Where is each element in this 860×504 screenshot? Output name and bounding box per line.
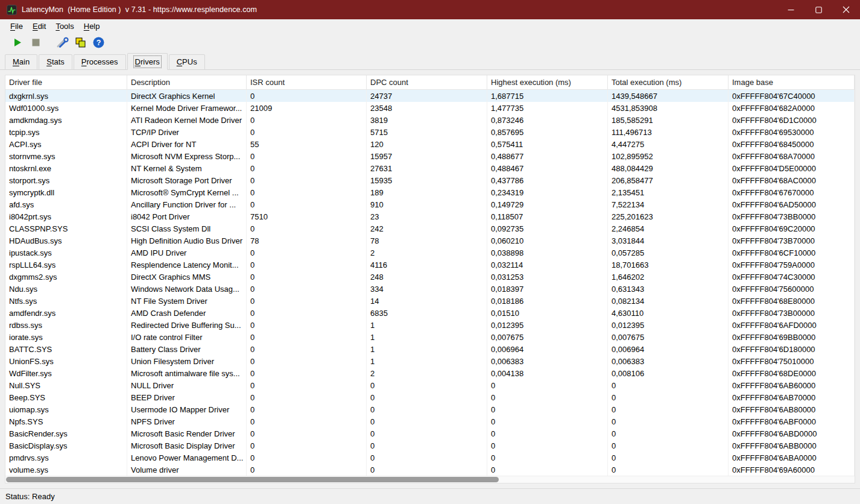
content-area: Driver fileDescriptionISR countDPC count… <box>0 70 860 488</box>
tab-processes[interactable]: Processes <box>74 54 126 70</box>
table-row[interactable]: symcryptk.dllMicrosoft® SymCrypt Kernel … <box>5 186 855 198</box>
table-row[interactable]: storport.sysMicrosoft Storage Port Drive… <box>5 174 855 186</box>
table-cell: 0 <box>247 367 367 379</box>
table-cell: 0,092735 <box>487 222 608 235</box>
table-cell: 0,488467 <box>487 162 608 174</box>
table-row[interactable]: WdFilter.sysMicrosoft antimalware file s… <box>5 367 855 379</box>
table-row[interactable]: dxgkrnl.sysDirectX Graphics Kernel024737… <box>5 90 855 102</box>
table-cell: 0xFFFFF804'6ABB0000 <box>729 439 855 452</box>
table-row[interactable]: tcpip.sysTCP/IP Driver057150,857695111,4… <box>5 126 855 138</box>
table-cell: 4,447275 <box>608 138 729 150</box>
table-cell: Ndu.sys <box>5 283 127 295</box>
table-cell: 55 <box>247 138 367 150</box>
menu-item-help[interactable]: Help <box>79 20 105 32</box>
table-row[interactable]: pmdrvs.sysLenovo Power Management D...00… <box>5 452 855 464</box>
column-header-dpc-count[interactable]: DPC count <box>367 75 487 89</box>
tab-drivers[interactable]: Drivers <box>127 53 168 70</box>
table-cell: 0 <box>608 427 729 439</box>
table-cell: 0xFFFFF804'69BB0000 <box>729 331 855 343</box>
table-row[interactable]: Ndu.sysWindows Network Data Usag...03340… <box>5 283 855 295</box>
column-header-driver-file[interactable]: Driver file <box>5 75 127 89</box>
table-cell: ntoskrnl.exe <box>5 162 127 174</box>
table-row[interactable]: rspLLL64.sysResplendence Latency Monit..… <box>5 259 855 271</box>
table-cell: 0 <box>608 391 729 403</box>
table-row[interactable]: BasicDisplay.sysMicrosoft Basic Display … <box>5 439 855 452</box>
menu-item-file[interactable]: File <box>5 20 28 32</box>
hscroll-thumb[interactable] <box>6 477 499 482</box>
table-row[interactable]: BATTC.SYSBattery Class Driver010,0069640… <box>5 343 855 355</box>
close-button[interactable] <box>832 0 860 19</box>
table-cell: 2,246854 <box>608 222 729 235</box>
toolbar: ? <box>0 33 860 52</box>
table-cell: 1 <box>367 355 487 367</box>
column-header-total-execution-ms[interactable]: Total execution (ms) <box>608 75 729 89</box>
table-row[interactable]: amdkmdag.sysATI Radeon Kernel Mode Drive… <box>5 114 855 126</box>
table-row[interactable]: ACPI.sysACPI Driver for NT551200,5754114… <box>5 138 855 150</box>
table-cell: 120 <box>367 138 487 150</box>
table-row[interactable]: uiomap.sysUsermode IO Mapper Driver00000… <box>5 403 855 415</box>
table-cell: Microsoft Basic Display Driver <box>127 439 247 452</box>
table-cell: 0,488677 <box>487 150 608 162</box>
table-row[interactable]: afd.sysAncillary Function Driver for ...… <box>5 198 855 210</box>
table-cell: 0 <box>247 150 367 162</box>
table-cell: 0 <box>487 464 608 476</box>
stop-monitor-button[interactable] <box>27 34 45 50</box>
column-header-image-base[interactable]: Image base <box>729 75 855 89</box>
table-row[interactable]: volume.sysVolume driver00000xFFFFF804'69… <box>5 464 855 476</box>
table-body: dxgkrnl.sysDirectX Graphics Kernel024737… <box>5 90 855 476</box>
maximize-button[interactable] <box>805 0 832 19</box>
table-row[interactable]: dxgmms2.sysDirectX Graphics MMS02480,031… <box>5 271 855 283</box>
table-row[interactable]: amdfendr.sysAMD Crash Defender068350,015… <box>5 307 855 319</box>
table-cell: 0 <box>247 307 367 319</box>
table-row[interactable]: Null.SYSNULL Driver00000xFFFFF804'6AB600… <box>5 379 855 391</box>
table-row[interactable]: Ntfs.sysNT File System Driver0140,018186… <box>5 295 855 307</box>
table-row[interactable]: HDAudBus.sysHigh Definition Audio Bus Dr… <box>5 235 855 247</box>
table-cell: ipustack.sys <box>5 247 127 259</box>
menu-item-tools[interactable]: Tools <box>51 20 78 32</box>
table-cell: 0,018397 <box>487 283 608 295</box>
tab-main[interactable]: Main <box>5 54 37 70</box>
horizontal-scrollbar[interactable] <box>5 476 855 483</box>
table-row[interactable]: Beep.SYSBEEP Driver00000xFFFFF804'6AB700… <box>5 391 855 403</box>
minimize-button[interactable] <box>777 0 805 19</box>
table-cell: 2,135451 <box>608 186 729 198</box>
table-cell: 0,012395 <box>608 319 729 331</box>
table-cell: NT Kernel & System <box>127 162 247 174</box>
table-row[interactable]: stornvme.sysMicrosoft NVM Express Storp.… <box>5 150 855 162</box>
menu-item-edit[interactable]: Edit <box>28 20 51 32</box>
tab-stats[interactable]: Stats <box>39 54 72 70</box>
tab-cpus[interactable]: CPUs <box>169 54 205 70</box>
start-monitor-button[interactable] <box>8 34 27 50</box>
table-cell: pmdrvs.sys <box>5 452 127 464</box>
table-cell: 0 <box>608 452 729 464</box>
table-row[interactable]: i8042prt.sysi8042 Port Driver7510230,118… <box>5 210 855 222</box>
table-cell: storport.sys <box>5 174 127 186</box>
table-row[interactable]: UnionFS.sysUnion Filesystem Driver010,00… <box>5 355 855 367</box>
table-cell: 0xFFFFF804'69A60000 <box>729 464 855 476</box>
table-cell: 0,057285 <box>608 247 729 259</box>
table-cell: 0 <box>487 439 608 452</box>
table-row[interactable]: rdbss.sysRedirected Drive Buffering Su..… <box>5 319 855 331</box>
column-header-isr-count[interactable]: ISR count <box>247 75 367 89</box>
table-row[interactable]: CLASSPNP.SYSSCSI Class System Dll02420,0… <box>5 222 855 235</box>
table-cell: 0xFFFFF804'68A70000 <box>729 150 855 162</box>
help-button[interactable]: ? <box>89 34 107 50</box>
table-row[interactable]: ipustack.sysAMD IPU Driver020,0388980,05… <box>5 247 855 259</box>
table-cell: 0,082134 <box>608 295 729 307</box>
table-cell: 0xFFFFF804'6ABD0000 <box>729 427 855 439</box>
table-row[interactable]: ntoskrnl.exeNT Kernel & System0276310,48… <box>5 162 855 174</box>
copy-report-button[interactable] <box>71 34 89 50</box>
column-header-highest-execution-ms[interactable]: Highest execution (ms) <box>487 75 608 89</box>
table-row[interactable]: BasicRender.sysMicrosoft Basic Render Dr… <box>5 427 855 439</box>
table-row[interactable]: Npfs.SYSNPFS Driver00000xFFFFF804'6ABF00… <box>5 415 855 427</box>
table-cell: 15935 <box>367 174 487 186</box>
table-row[interactable]: iorate.sysI/O rate control Filter010,007… <box>5 331 855 343</box>
column-header-description[interactable]: Description <box>127 75 247 89</box>
table-row[interactable]: Wdf01000.sysKernel Mode Driver Framewor.… <box>5 102 855 114</box>
table-cell: WdFilter.sys <box>5 367 127 379</box>
table-cell: amdfendr.sys <box>5 307 127 319</box>
table-cell: 0xFFFFF804'6AFD0000 <box>729 319 855 331</box>
table-cell: 0,018186 <box>487 295 608 307</box>
table-cell: 1439,548667 <box>608 90 729 102</box>
driver-tools-button[interactable] <box>53 34 71 50</box>
